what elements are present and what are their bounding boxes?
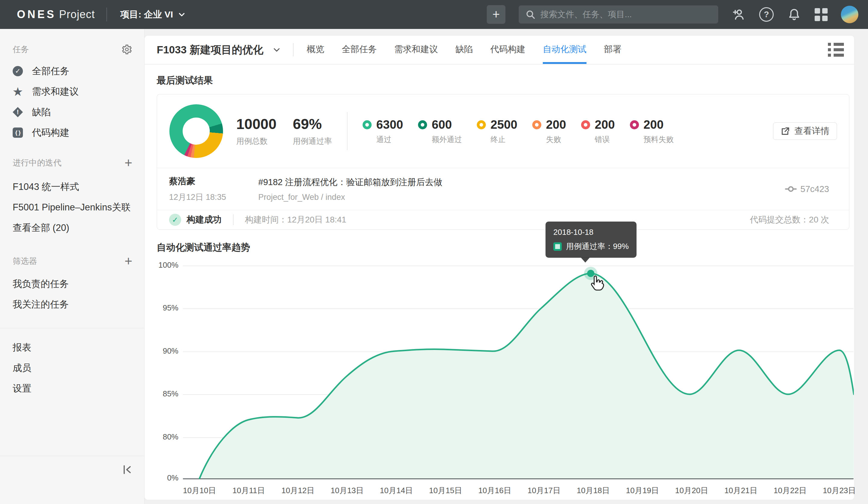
sidebar-sprint-F5001 Pipeline–Jenkins关联[interactable]: F5001 Pipeline–Jenkins关联 (0, 197, 144, 218)
add-filter-icon[interactable]: + (124, 257, 132, 266)
check-circle-icon: ✓ (13, 66, 23, 76)
user-avatar[interactable] (841, 6, 858, 23)
sidebar-item-全部任务[interactable]: ✓全部任务 (0, 61, 144, 81)
sidebar-item-成员[interactable]: 成员 (0, 358, 144, 378)
build-success-check-icon: ✓ (169, 214, 181, 226)
sidebar-item-label: 设置 (13, 382, 31, 395)
stat-top: 200 (581, 118, 615, 132)
sidebar-sprint-查看全部 (20)[interactable]: 查看全部 (20) (0, 218, 144, 238)
latest-commit-row: 蔡浩豪 12月12日 18:35 #9182 注册流程优化：验证邮箱放到注册后去… (157, 168, 849, 210)
sidebar-divider (0, 328, 144, 328)
gear-icon[interactable] (122, 44, 132, 55)
x-axis-tick-label: 10月13日 (323, 485, 371, 496)
tab-全部任务[interactable]: 全部任务 (342, 35, 377, 64)
sidebar-item-代码构建[interactable]: { }代码构建 (0, 122, 144, 143)
tab-概览[interactable]: 概览 (307, 35, 324, 64)
stat-label: 错误 (595, 134, 615, 144)
view-list-icon[interactable] (828, 43, 844, 56)
topbar-actions: + ? (487, 5, 858, 24)
apps-grid-icon[interactable] (815, 8, 828, 21)
sidebar-item-label: 全部任务 (32, 65, 69, 78)
sidebar-item-label: 缺陷 (32, 106, 51, 119)
create-button[interactable]: + (487, 5, 505, 24)
star-icon: ★ (13, 86, 23, 97)
view-details-button[interactable]: 查看详情 (773, 122, 837, 140)
commit-author: 蔡浩豪 (169, 175, 258, 187)
commit-total: 代码提交总数：20 次 (750, 214, 829, 225)
tab-代码构建[interactable]: 代码构建 (490, 35, 525, 64)
chart-tooltip: 2018-10-18 用例通过率：99% (546, 222, 637, 258)
add-user-icon[interactable] (732, 7, 746, 22)
commit-message[interactable]: #9182 注册流程优化：验证邮箱放到注册后去做 (258, 176, 442, 188)
sidebar-item-设置[interactable]: 设置 (0, 378, 144, 399)
status-ring-icon (581, 120, 590, 129)
sidebar-item-缺陷[interactable]: !缺陷 (0, 102, 144, 122)
stat-失败: 200失败 (532, 118, 566, 144)
search-input[interactable] (540, 9, 712, 20)
header-divider (293, 43, 293, 56)
add-sprint-icon[interactable]: + (124, 158, 132, 167)
chevron-down-icon (178, 11, 186, 18)
filters-section-label: 筛选器 (13, 256, 37, 267)
collapse-sidebar-icon[interactable] (122, 464, 132, 504)
stat-top: 200 (532, 118, 566, 132)
stat-错误: 200错误 (581, 118, 615, 144)
tab-需求和建议[interactable]: 需求和建议 (394, 35, 438, 64)
pass-rate-value: 69% (293, 116, 332, 132)
commit-hash: 57c423 (800, 184, 829, 194)
commit-message-block: #9182 注册流程优化：验证邮箱放到注册后去做 Project_for_Web… (258, 176, 442, 202)
y-axis-tick-label: 90% (157, 346, 178, 356)
sidebar-filter-我关注的任务[interactable]: 我关注的任务 (0, 294, 144, 315)
sidebar-item-label: 报表 (13, 341, 31, 354)
stat-value: 200 (643, 118, 664, 132)
title-chevron-down-icon[interactable] (272, 45, 281, 54)
app-logo[interactable]: ONES Project (17, 8, 95, 21)
git-commit-icon (785, 183, 797, 195)
tab-自动化测试[interactable]: 自动化测试 (543, 35, 587, 64)
stat-预料失败: 200预料失败 (630, 118, 674, 144)
test-result-totals: 10000 用例总数 69% 用例通过率 (236, 116, 332, 146)
stat-value: 600 (432, 118, 452, 132)
commit-hash-block[interactable]: 57c423 (785, 183, 829, 195)
trend-chart-heading: 自动化测试通过率趋势 (157, 230, 849, 254)
status-ring-icon (477, 120, 486, 129)
tooltip-series-swatch-icon (553, 243, 562, 251)
stat-value: 200 (546, 118, 566, 132)
tab-部署[interactable]: 部署 (604, 35, 621, 64)
defect-icon: ! (13, 107, 23, 117)
sidebar-filter-我负责的任务[interactable]: 我负责的任务 (0, 274, 144, 294)
trend-line-series[interactable] (183, 265, 854, 480)
stat-label: 通过 (376, 134, 403, 144)
total-cases-value: 10000 (236, 116, 276, 132)
tab-缺陷[interactable]: 缺陷 (455, 35, 473, 64)
status-ring-icon (418, 120, 427, 129)
help-icon[interactable]: ? (759, 7, 774, 22)
x-axis-tick-label: 10月14日 (372, 485, 421, 496)
sidebar-item-需求和建议[interactable]: ★需求和建议 (0, 81, 144, 102)
stat-top: 200 (630, 118, 674, 132)
notifications-bell-icon[interactable] (787, 7, 802, 22)
project-switcher-label: 项目: 企业 VI (120, 8, 173, 21)
search-bar[interactable] (519, 6, 718, 23)
x-axis-tick-label: 10月15日 (422, 485, 470, 496)
view-details-label: 查看详情 (794, 125, 829, 137)
status-ring-icon (630, 120, 639, 129)
sidebar-item-label: 我负责的任务 (13, 278, 69, 290)
stat-value: 6300 (376, 118, 403, 132)
test-result-card: 10000 用例总数 69% 用例通过率 6300通过600额外通过2500终止… (157, 94, 849, 230)
sidebar-item-报表[interactable]: 报表 (0, 337, 144, 358)
stat-label: 失败 (546, 134, 566, 144)
project-switcher[interactable]: 项目: 企业 VI (120, 8, 186, 21)
sidebar-section-filters: 筛选器 + (0, 255, 144, 267)
stat-top: 6300 (363, 118, 403, 132)
page-content: 最后测试结果 10000 用例总数 69% 用例通过率 6300通过600额外通… (145, 64, 854, 501)
stat-top: 2500 (477, 118, 517, 132)
sidebar-section-sprints: 进行中的迭代 + (0, 157, 144, 169)
sidebar-sprint-F1043 统一样式[interactable]: F1043 统一样式 (0, 177, 144, 197)
external-link-icon (781, 126, 790, 136)
x-axis-tick-label: 10月19日 (619, 485, 667, 496)
tasks-section-label: 任务 (13, 44, 29, 55)
stat-通过: 6300通过 (363, 118, 403, 144)
tooltip-date: 2018-10-18 (553, 228, 629, 237)
page-header: F1033 新建项目的优化 概览全部任务需求和建议缺陷代码构建自动化测试部署 (145, 35, 854, 64)
